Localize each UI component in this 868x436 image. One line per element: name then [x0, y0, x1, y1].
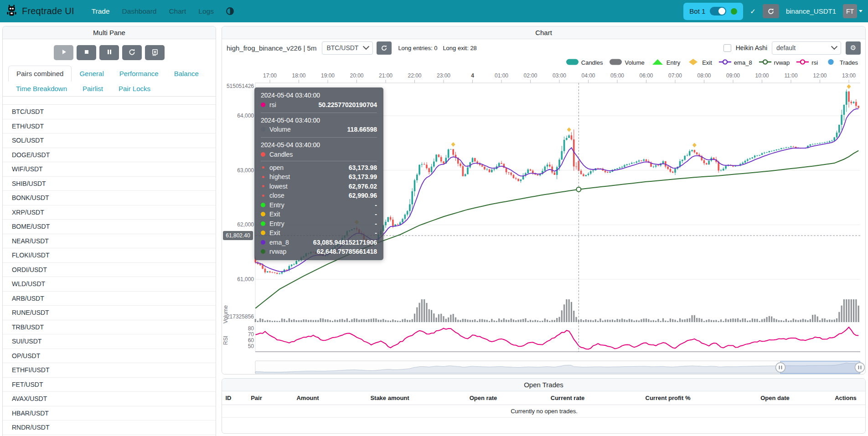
- brand[interactable]: Freqtrade UI: [5, 4, 74, 18]
- pair-row-near[interactable]: NEAR/USDT: [3, 234, 216, 249]
- pair-row-xrp[interactable]: XRP/USDT: [3, 205, 216, 220]
- datazoom-handle-left[interactable]: [776, 363, 785, 372]
- candlestick-chart[interactable]: 64,00063,00062,00061,00017:0018:0019:002…: [222, 68, 865, 374]
- plot-config-select[interactable]: default: [772, 41, 841, 55]
- reload-bot-button[interactable]: [763, 4, 779, 18]
- tab-time-breakdown[interactable]: Time Breakdown: [8, 81, 75, 96]
- pair-row-bome[interactable]: BOME/USDT: [3, 220, 216, 234]
- bot-toggle[interactable]: [710, 7, 726, 15]
- legend-label: Entry: [666, 59, 680, 66]
- volume-bar: [631, 319, 632, 322]
- candle-body: [407, 211, 408, 215]
- refresh-chart-button[interactable]: [377, 41, 392, 55]
- pair-row-btc[interactable]: BTC/USDT: [3, 105, 216, 119]
- pair-row-shib[interactable]: SHIB/USDT: [3, 177, 216, 191]
- user-menu[interactable]: FT: [843, 4, 863, 18]
- volume-bar: [568, 299, 570, 322]
- pair-row-floki[interactable]: FLOKI/USDT: [3, 248, 216, 263]
- pause-button[interactable]: [99, 45, 119, 60]
- volume-bar: [633, 321, 635, 322]
- nav-link-dashboard[interactable]: Dashboard: [122, 7, 157, 15]
- pair-row-bonk[interactable]: BONK/USDT: [3, 191, 216, 205]
- candle-body: [684, 156, 686, 160]
- tab-performance[interactable]: Performance: [112, 66, 166, 81]
- reload-button[interactable]: [122, 45, 142, 60]
- stop-button[interactable]: [77, 45, 96, 60]
- pair-row-rune[interactable]: RUNE/USDT: [3, 306, 216, 320]
- pair-row-wif[interactable]: WIF/USDT: [3, 162, 216, 177]
- volume-bar: [426, 303, 427, 322]
- volume-bar: [356, 318, 357, 322]
- tab-balance[interactable]: Balance: [166, 66, 207, 81]
- pair-row-fet[interactable]: FET/USDT: [3, 378, 216, 392]
- datazoom-handle-right[interactable]: [855, 363, 865, 372]
- legend-item-rvwap[interactable]: rvwap: [759, 59, 790, 67]
- legend-label: ema_8: [734, 59, 752, 66]
- candle-body: [414, 180, 416, 191]
- avatar[interactable]: FT: [843, 4, 857, 18]
- tab-general[interactable]: General: [72, 66, 111, 81]
- pair-row-doge[interactable]: DOGE/USDT: [3, 148, 216, 163]
- volume-bar: [718, 321, 719, 322]
- tab-pairs-combined[interactable]: Pairs combined: [8, 66, 72, 82]
- volume-bar: [421, 299, 423, 322]
- heikin-ashi-checkbox[interactable]: [723, 44, 731, 52]
- candle-body: [850, 102, 852, 103]
- chart-legend: CandlesVolumeEntryExitema_8rvwaprsiTrade…: [222, 56, 865, 68]
- nav-link-logs[interactable]: Logs: [198, 7, 214, 15]
- tab-pairlist[interactable]: Pairlist: [75, 81, 111, 96]
- pair-row-hbar[interactable]: HBAR/USDT: [3, 406, 216, 421]
- legend-item-ema_8[interactable]: ema_8: [719, 59, 752, 67]
- plot-settings-button[interactable]: ⚙: [846, 41, 861, 55]
- legend-item-entry[interactable]: Entry: [651, 59, 680, 67]
- legend-item-exit[interactable]: Exit: [687, 59, 712, 67]
- pair-row-ethfi[interactable]: ETHFI/USDT: [3, 363, 216, 378]
- nav-link-trade[interactable]: Trade: [92, 7, 110, 15]
- pair-row-sui[interactable]: SUI/USDT: [3, 334, 216, 349]
- play-button[interactable]: [54, 45, 73, 60]
- nav-link-chart[interactable]: Chart: [169, 7, 186, 15]
- pair-row-wld[interactable]: WLD/USDT: [3, 277, 216, 292]
- volume-bar: [322, 318, 324, 322]
- tab-pair-locks[interactable]: Pair Locks: [111, 81, 158, 96]
- rvwap-hover-marker: [576, 187, 581, 192]
- legend-item-candles[interactable]: Candles: [566, 59, 603, 67]
- candle-body: [641, 160, 642, 161]
- tooltip-section: 2024-05-04 03:40:00rsi50.22577020190704: [261, 92, 377, 108]
- candle-body: [723, 169, 724, 170]
- clear-log-button[interactable]: [145, 45, 165, 60]
- pair-row-sol[interactable]: SOL/USDT: [3, 133, 216, 148]
- volume-bar: [604, 320, 606, 322]
- bot-selector[interactable]: Bot 1: [683, 3, 743, 20]
- volume-bar: [385, 320, 386, 322]
- legend-item-rsi[interactable]: rsi: [796, 59, 818, 67]
- column-id: ID: [222, 391, 235, 405]
- candle-body: [629, 164, 630, 164]
- volume-bar: [530, 320, 531, 322]
- volume-bar: [602, 321, 604, 322]
- volume-bar: [361, 319, 362, 322]
- series-marker-icon: [261, 212, 265, 216]
- pair-row-ordi[interactable]: ORDI/USDT: [3, 263, 216, 277]
- volume-bar: [402, 319, 403, 322]
- candle-body: [527, 169, 529, 173]
- pair-row-op[interactable]: OP/USDT: [3, 349, 216, 364]
- theme-toggle-icon[interactable]: [226, 7, 234, 15]
- pair-row-rndr[interactable]: RNDR/USDT: [3, 421, 216, 435]
- volume-bar: [334, 320, 336, 322]
- pair-row-eth[interactable]: ETH/USDT: [3, 119, 216, 134]
- legend-item-trades[interactable]: Trades: [825, 59, 858, 67]
- pair-row-trb[interactable]: TRB/USDT: [3, 320, 216, 335]
- pair-row-arb[interactable]: ARB/USDT: [3, 292, 216, 306]
- tooltip-row-close: close62,990.96: [261, 192, 377, 199]
- pair-row-avax[interactable]: AVAX/USDT: [3, 392, 216, 406]
- candle-body: [691, 150, 693, 151]
- volume-bar: [320, 318, 321, 322]
- candle-body: [855, 102, 857, 106]
- legend-rsi-marker-icon: [796, 59, 809, 67]
- series-marker-icon: [261, 203, 265, 207]
- volume-bar: [390, 321, 391, 322]
- pair-select[interactable]: BTC/USDT: [322, 41, 373, 55]
- legend-item-volume[interactable]: Volume: [610, 59, 644, 67]
- candle-body: [742, 163, 744, 164]
